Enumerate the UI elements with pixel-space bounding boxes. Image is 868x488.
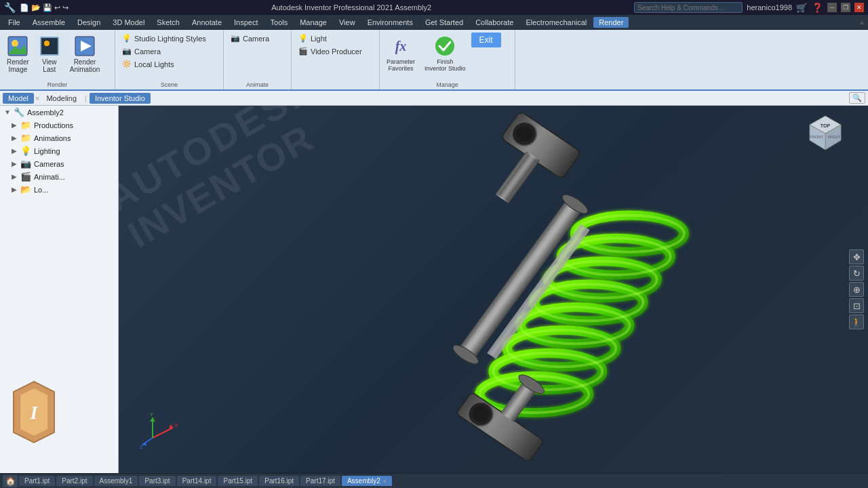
sidebar-item-animations[interactable]: ▶ 📁 Animations	[0, 131, 118, 144]
tab-part16-label: Part16.ipt	[264, 477, 294, 485]
pan-tool-btn[interactable]: ✥	[849, 249, 864, 264]
animate-camera-label: Camera	[243, 35, 269, 43]
ribbon-toggle[interactable]: ▲	[859, 18, 865, 26]
tree-root[interactable]: ▼ 🔧 Assembly2	[0, 106, 118, 119]
tab-part1[interactable]: Part1.ipt	[19, 476, 55, 486]
video-producer-btn[interactable]: 🎬 Video Producer	[294, 45, 366, 57]
light-label: Light	[311, 35, 327, 43]
tab-assembly1-label: Assembly1	[100, 477, 133, 485]
svg-text:RIGHT: RIGHT	[828, 135, 841, 139]
tab-part16[interactable]: Part16.ipt	[259, 476, 299, 486]
user-account[interactable]: heranico1998	[747, 3, 792, 12]
menu-view[interactable]: View	[334, 17, 361, 28]
tab-part14[interactable]: Part14.ipt	[177, 476, 217, 486]
local-lights-btn[interactable]: 🔆 Local Lights	[118, 58, 210, 70]
sidebar-item-lo[interactable]: ▶ 📂 Lo...	[0, 183, 118, 196]
tab-part17[interactable]: Part17.ipt	[300, 476, 340, 486]
restore-btn[interactable]: ❐	[841, 3, 850, 12]
sidebar-item-lighting[interactable]: ▶ 💡 Lighting	[0, 144, 118, 157]
tab-part2[interactable]: Part2.ipt	[56, 476, 92, 486]
light-btn[interactable]: 💡 Light	[294, 33, 366, 44]
cart-btn[interactable]: 🛒	[796, 3, 808, 13]
render-section-content: RenderImage ViewLast RenderAnimation	[3, 33, 112, 76]
finish-studio-btn[interactable]: FinishInventor Studio	[420, 33, 470, 75]
tab-assembly2-close[interactable]: ×	[383, 478, 387, 485]
menu-collaborate[interactable]: Collaborate	[470, 17, 519, 28]
lighting-icon: 💡	[20, 146, 31, 156]
zoom-fit-btn[interactable]: ⊡	[849, 298, 864, 313]
minimize-btn[interactable]: ─	[827, 3, 837, 12]
walk-tool-btn[interactable]: 🚶	[849, 314, 864, 329]
menu-manage[interactable]: Manage	[294, 17, 332, 28]
tab-part15-label: Part15.ipt	[223, 477, 252, 485]
menu-sketch[interactable]: Sketch	[151, 17, 185, 28]
root-label: Assembly2	[27, 108, 64, 117]
search-btn[interactable]: 🔍	[849, 92, 865, 104]
menu-inspect[interactable]: Inspect	[229, 17, 263, 28]
menu-file[interactable]: File	[3, 17, 26, 28]
menu-tools[interactable]: Tools	[265, 17, 294, 28]
sidebar-item-cameras[interactable]: ▶ 📷 Cameras	[0, 157, 118, 170]
svg-rect-12	[500, 111, 581, 180]
tab-assembly1[interactable]: Assembly1	[94, 476, 138, 486]
menu-annotate[interactable]: Annotate	[186, 17, 227, 28]
tab-model[interactable]: Model	[3, 93, 34, 104]
video-producer-icon: 🎬	[298, 47, 308, 56]
ribbon-manage-section: fx ParameterFavorites FinishInventor Stu…	[380, 30, 515, 89]
home-tab-btn[interactable]: 🏠	[3, 475, 18, 487]
tab-inventor-studio[interactable]: Inventor Studio	[90, 93, 151, 104]
svg-marker-45	[169, 424, 173, 428]
tab-part3[interactable]: Part3.ipt	[139, 476, 175, 486]
menu-get-started[interactable]: Get Started	[420, 17, 469, 28]
sidebar-item-productions[interactable]: ▶ 📁 Productions	[0, 119, 118, 131]
exit-btn[interactable]: Exit	[471, 33, 501, 47]
tab-part15[interactable]: Part15.ipt	[218, 476, 258, 486]
render-image-label: RenderImage	[7, 58, 29, 73]
tab-assembly2[interactable]: Assembly2 ×	[342, 476, 392, 486]
close-btn[interactable]: ✕	[854, 3, 864, 12]
render-animation-btn[interactable]: RenderAnimation	[66, 33, 104, 76]
cameras-label: Cameras	[34, 160, 64, 168]
animations-label: Animations	[34, 134, 71, 142]
rotate-tool-btn[interactable]: ↻	[849, 266, 864, 281]
view-last-btn[interactable]: ViewLast	[35, 33, 64, 76]
zoom-tool-btn[interactable]: ⊕	[849, 282, 864, 297]
app-icon: 🔧	[4, 2, 16, 13]
svg-point-29	[575, 216, 684, 252]
menu-design[interactable]: Design	[72, 17, 106, 28]
param-favorites-icon: fx	[390, 35, 412, 57]
tab-assembly2-label: Assembly2	[347, 477, 380, 485]
menu-electromechanical[interactable]: Electromechanical	[520, 17, 592, 28]
animate-camera-btn[interactable]: 📷 Camera	[226, 33, 273, 44]
title-bar: 🔧 📄 📂 💾 ↩ ↪ Autodesk Inventor Profession…	[0, 0, 868, 15]
search-input[interactable]	[634, 2, 743, 13]
ribbon: RenderImage ViewLast RenderAnimation Ren…	[0, 30, 868, 91]
open-btn[interactable]: 📂	[31, 3, 41, 12]
render-animation-label: RenderAnimation	[70, 58, 100, 73]
camera-icon: 📷	[122, 47, 132, 56]
studio-lighting-btn[interactable]: 💡 Studio Lighting Styles	[118, 33, 210, 44]
window-title: Autodesk Inventor Professional 2021 Asse…	[68, 3, 634, 12]
svg-text:X: X	[174, 422, 178, 428]
redo-btn[interactable]: ↪	[62, 3, 68, 12]
svg-text:I: I	[30, 402, 39, 423]
tab-modeling[interactable]: Modeling	[41, 93, 82, 104]
undo-btn[interactable]: ↩	[54, 3, 60, 12]
productions-label: Productions	[34, 121, 73, 129]
render-image-btn[interactable]: RenderImage	[3, 33, 33, 76]
save-btn[interactable]: 💾	[43, 3, 52, 12]
param-favorites-btn[interactable]: fx ParameterFavorites	[382, 33, 419, 75]
camera-btn[interactable]: 📷 Camera	[118, 45, 210, 57]
new-btn[interactable]: 📄	[20, 3, 29, 12]
nav-cube[interactable]: TOP RIGHT FRONT	[807, 113, 844, 150]
menu-render[interactable]: Render	[593, 17, 629, 28]
tab-part1-label: Part1.ipt	[24, 477, 50, 485]
menu-assemble[interactable]: Assemble	[27, 17, 71, 28]
svg-rect-4	[41, 38, 58, 54]
light-section-content: 💡 Light 🎬 Video Producer	[294, 33, 376, 66]
menu-3dmodel[interactable]: 3D Model	[107, 17, 150, 28]
sidebar-item-animations2[interactable]: ▶ 🎬 Animati...	[0, 170, 118, 183]
help-btn[interactable]: ❓	[812, 3, 823, 13]
inventor-logo-area: I	[7, 378, 61, 447]
menu-environments[interactable]: Environments	[362, 17, 418, 28]
